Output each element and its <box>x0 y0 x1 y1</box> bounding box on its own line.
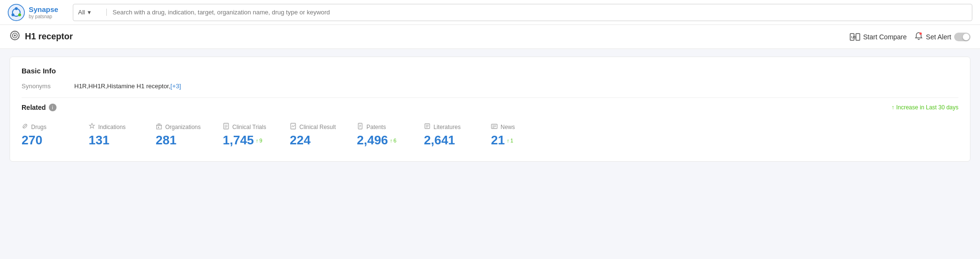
stat-count-row: 21↑1 <box>491 133 550 148</box>
stat-label-row: Organizations <box>156 123 215 131</box>
logo-synapse-label: Synapse <box>29 5 58 14</box>
stat-label-row: Literatures <box>424 123 483 131</box>
alert-toggle[interactable] <box>954 33 970 41</box>
stat-count: 224 <box>290 133 310 148</box>
search-input[interactable] <box>107 9 972 16</box>
stat-label: Clinical Result <box>299 124 336 130</box>
arrow-up-icon: ↑ <box>256 138 259 143</box>
stat-type-icon <box>290 123 296 131</box>
svg-rect-16 <box>158 127 159 128</box>
arrow-up-icon: ↑ <box>891 104 894 111</box>
svg-point-3 <box>18 13 21 16</box>
stat-count: 270 <box>22 133 42 148</box>
stat-label: Clinical Trials <box>232 124 266 130</box>
stat-item[interactable]: Literatures2,641 <box>424 119 491 152</box>
increase-count: 6 <box>394 138 397 143</box>
stat-count-row: 270 <box>22 133 81 148</box>
logo-icon <box>8 4 25 21</box>
stat-type-icon <box>357 123 364 131</box>
stat-count: 2,641 <box>424 133 455 148</box>
svg-text:US: US <box>851 35 857 39</box>
page-title: H1 receptor <box>25 32 73 42</box>
synonyms-value: H1R,HH1R,Histamine H1 receptor,[+3] <box>74 82 181 90</box>
page-title-left: H1 receptor <box>10 30 73 43</box>
stat-count-row: 2,496↑6 <box>357 133 416 148</box>
arrow-up-icon: ↑ <box>507 138 510 143</box>
stat-increase: ↑6 <box>390 138 397 143</box>
stat-item[interactable]: Patents2,496↑6 <box>357 119 424 152</box>
stat-label: Organizations <box>165 124 201 130</box>
svg-point-11 <box>920 33 922 35</box>
stat-count-row: 131 <box>89 133 148 148</box>
target-icon <box>10 30 20 43</box>
info-card: Basic Info Synonyms H1R,HH1R,Histamine H… <box>10 57 970 162</box>
page-title-bar: H1 receptor US Start Compare Set Alert <box>0 25 980 49</box>
related-info-icon[interactable]: i <box>49 104 57 111</box>
stat-count: 2,496 <box>357 133 388 148</box>
stat-label: Drugs <box>31 124 46 130</box>
stat-count-row: 224 <box>290 133 349 148</box>
stat-type-icon <box>22 123 28 131</box>
stat-item[interactable]: Organizations281 <box>156 119 223 152</box>
stat-type-icon <box>424 123 431 131</box>
svg-rect-15 <box>158 124 160 125</box>
stat-label: Literatures <box>433 124 461 130</box>
related-title: Related <box>22 104 46 111</box>
stat-count-row: 281 <box>156 133 215 148</box>
stat-type-icon <box>223 123 229 131</box>
set-alert-label: Set Alert <box>926 33 951 41</box>
logo-area: Synapse by patsnap <box>8 4 65 21</box>
stat-item[interactable]: Clinical Result224 <box>290 119 357 152</box>
stat-item[interactable]: Drugs270 <box>22 119 89 152</box>
search-bar: All ▾ <box>73 4 972 21</box>
main-content: Basic Info Synonyms H1R,HH1R,Histamine H… <box>0 49 980 169</box>
basic-info-title: Basic Info <box>22 67 958 75</box>
logo-sub-label: by patsnap <box>29 14 58 20</box>
stat-label-row: News <box>491 123 550 131</box>
stat-increase: ↑1 <box>507 138 513 143</box>
stat-label: News <box>501 124 515 130</box>
set-alert-button[interactable]: Set Alert <box>914 32 970 42</box>
stat-label-row: Clinical Trials <box>223 123 282 131</box>
stat-count-row: 2,641 <box>424 133 483 148</box>
stat-type-icon <box>156 123 162 131</box>
chevron-down-icon: ▾ <box>88 9 91 16</box>
synonyms-row: Synonyms H1R,HH1R,Histamine H1 receptor,… <box>22 82 958 90</box>
divider <box>22 97 958 98</box>
stat-label-row: Indications <box>89 123 148 131</box>
stat-type-icon <box>89 123 95 131</box>
stat-item[interactable]: Indications131 <box>89 119 156 152</box>
start-compare-label: Start Compare <box>863 33 907 41</box>
stats-grid: Drugs270Indications131Organizations281Cl… <box>22 119 958 152</box>
page-title-right: US Start Compare Set Alert <box>850 32 970 42</box>
filter-selected: All <box>78 9 85 16</box>
svg-point-7 <box>14 35 16 36</box>
stat-label: Indications <box>98 124 125 130</box>
compare-icon: US <box>850 33 860 41</box>
logo-text: Synapse by patsnap <box>29 5 58 20</box>
svg-point-2 <box>15 7 18 10</box>
increase-count: 9 <box>260 138 262 143</box>
stat-increase: ↑9 <box>256 138 262 143</box>
stat-count-row: 1,745↑9 <box>223 133 282 148</box>
stat-count: 21 <box>491 133 505 148</box>
stat-label: Patents <box>366 124 386 130</box>
stat-type-icon <box>491 123 498 131</box>
stat-item[interactable]: Clinical Trials1,745↑9 <box>223 119 290 152</box>
stat-item[interactable]: News21↑1 <box>491 119 558 152</box>
increase-note: ↑ Increase in Last 30 days <box>891 104 958 111</box>
header: Synapse by patsnap All ▾ <box>0 0 980 25</box>
stat-label-row: Drugs <box>22 123 81 131</box>
related-left: Related i <box>22 104 57 111</box>
arrow-up-icon: ↑ <box>390 138 393 143</box>
start-compare-button[interactable]: US Start Compare <box>850 33 907 41</box>
synonyms-more-link[interactable]: [+3] <box>171 82 181 90</box>
filter-dropdown[interactable]: All ▾ <box>73 9 107 16</box>
svg-point-0 <box>8 4 24 21</box>
svg-point-4 <box>11 13 14 16</box>
increase-count: 1 <box>510 138 513 143</box>
stat-label-row: Clinical Result <box>290 123 349 131</box>
stat-label-row: Patents <box>357 123 416 131</box>
stat-count: 1,745 <box>223 133 254 148</box>
stat-count: 281 <box>156 133 176 148</box>
